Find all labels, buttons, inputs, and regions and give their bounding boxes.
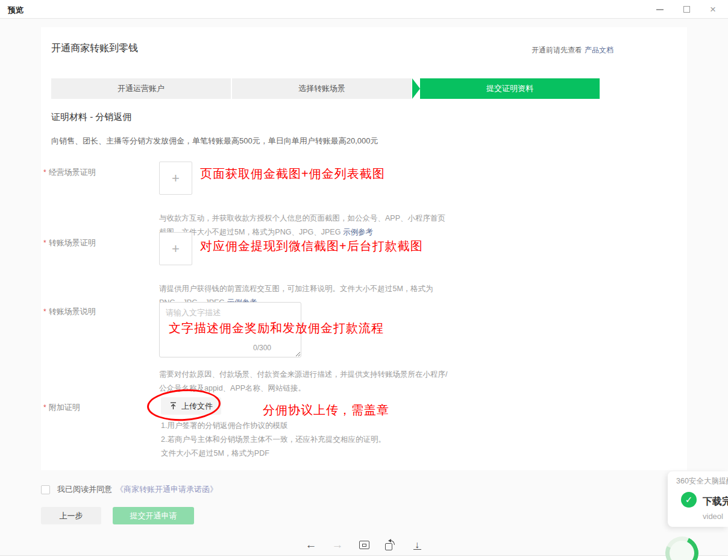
annotation-business-scene: 页面获取佣金截图+佣金列表截图 — [200, 166, 385, 182]
page-title: 开通商家转账到零钱 — [51, 42, 138, 55]
required-asterisk: * — [43, 168, 46, 177]
field-label-additional-proof: *附加证明 — [43, 402, 80, 413]
annotation-transfer-scene: 对应佣金提现到微信截图+后台打款截图 — [200, 238, 423, 254]
section-title: 证明材料 - 分销返佣 — [51, 112, 131, 123]
section-desc: 向销售、团长、主播等分销方发放佣金，单笔转账最高500元，单日向单用户转账最高2… — [51, 136, 378, 146]
check-circle-icon: ✓ — [681, 492, 697, 508]
agree-checkbox[interactable] — [41, 485, 50, 494]
upload-icon — [169, 402, 177, 410]
doc-hint: 开通前请先查看产品文档 — [532, 45, 613, 55]
download-status-text: 下载完成 — [703, 496, 728, 508]
step-tabs: 开通运营账户 选择转账场景 提交证明资料 — [51, 78, 600, 99]
help-business-scene: 与收款方互动，并获取收款方授权个人信息的页面截图，如公众号、APP、小程序首页 … — [159, 198, 497, 239]
required-asterisk: * — [43, 307, 46, 316]
status-bar — [0, 555, 728, 560]
product-doc-link[interactable]: 产品文档 — [585, 46, 613, 54]
char-counter: 0/300 — [253, 344, 271, 352]
tab-open-operation-account[interactable]: 开通运营账户 — [51, 78, 232, 99]
close-icon[interactable]: × — [708, 4, 718, 15]
example-link-1[interactable]: 示例参考 — [343, 228, 373, 236]
tab-select-transfer-scene[interactable]: 选择转账场景 — [232, 78, 420, 99]
fit-window-icon[interactable] — [358, 538, 370, 552]
upload-box-transfer-scene[interactable]: + — [159, 232, 192, 265]
prev-step-button[interactable]: 上一步 — [41, 507, 101, 524]
upload-box-business-scene[interactable]: + — [159, 162, 192, 195]
upload-file-button[interactable]: 上传文件 — [161, 397, 221, 415]
help-scene-desc: 需要对付款原因、付款场景、付款资金来源进行描述，并提供支持转账场景所在小程序/ … — [159, 368, 497, 395]
agree-row: 我已阅读并同意 《商家转账开通申请承诺函》 — [41, 484, 218, 495]
submit-application-button[interactable]: 提交开通申请 — [113, 507, 194, 524]
help-additional-proof: 1.用户签署的分销返佣合作协议的模版 2.若商户号主体和分销场景主体不一致，还应… — [161, 419, 498, 461]
back-icon[interactable]: ← — [305, 538, 317, 552]
commitment-letter-link[interactable]: 《商家转账开通申请承诺函》 — [116, 484, 218, 495]
plus-icon: + — [172, 241, 180, 257]
rotate-icon[interactable] — [384, 538, 397, 552]
doc-hint-text: 开通前请先查看 — [532, 46, 582, 54]
popup-title: 360安全大脑提醒 — [676, 476, 728, 486]
required-asterisk: * — [43, 403, 46, 412]
annotation-scene-desc: 文字描述佣金奖励和发放佣金打款流程 — [169, 320, 384, 336]
download-icon[interactable]: ↓ — [411, 538, 423, 552]
bottom-toolbar: ← → ↓ — [0, 536, 728, 553]
field-label-business-scene-proof: *经营场景证明 — [43, 167, 96, 178]
required-asterisk: * — [43, 239, 46, 247]
window-controls: × — [654, 0, 722, 19]
download-file-name: videol — [703, 512, 723, 521]
field-label-transfer-scene-desc: *转账场景说明 — [43, 306, 96, 317]
tab-submit-proof[interactable]: 提交证明资料 — [420, 78, 600, 99]
plus-icon: + — [172, 171, 180, 186]
annotation-additional-proof: 分佣协议上传，需盖章 — [263, 402, 389, 418]
popup-360-notification: 360安全大脑提醒 ✓ 下载完成 videol — [668, 471, 728, 527]
window-titlebar: 预览 × — [0, 0, 728, 19]
window-title: 预览 — [8, 5, 24, 16]
main-card: 开通商家转账到零钱 开通前请先查看产品文档 开通运营账户 选择转账场景 提交证明… — [41, 27, 687, 470]
maximize-icon[interactable] — [681, 4, 692, 15]
forward-icon[interactable]: → — [331, 538, 344, 552]
minimize-icon[interactable] — [654, 4, 665, 15]
field-label-transfer-scene-proof: *转账场景证明 — [43, 238, 96, 248]
agree-text: 我已阅读并同意 — [57, 484, 112, 495]
